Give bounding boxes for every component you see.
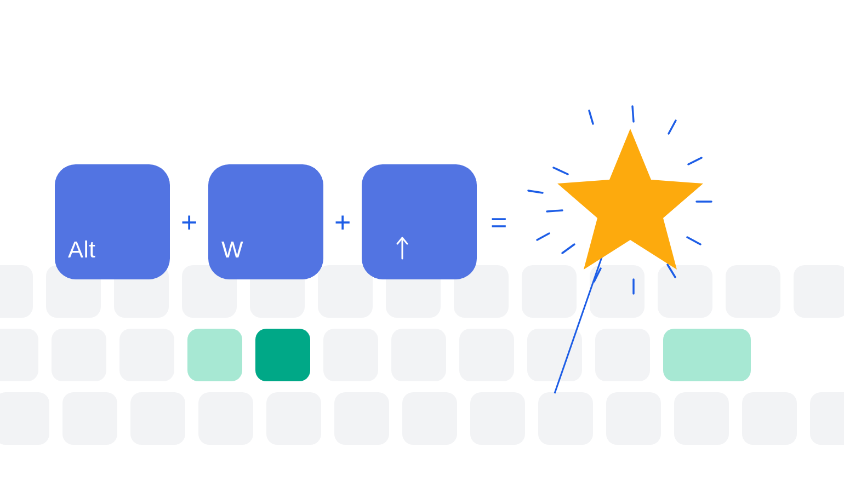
bg-key: [119, 329, 174, 381]
key-w: W: [208, 164, 323, 279]
svg-line-15: [555, 238, 608, 393]
svg-line-2: [632, 106, 634, 122]
key-alt-label: Alt: [68, 237, 96, 263]
bg-key: [62, 392, 117, 445]
bg-key: [402, 392, 457, 445]
bg-key: [459, 329, 514, 381]
plus-operator: +: [334, 208, 351, 237]
bg-key: [810, 392, 844, 445]
plus-operator: +: [181, 208, 197, 237]
key-arrow-up: [362, 164, 477, 279]
svg-line-12: [554, 168, 568, 174]
svg-line-11: [547, 210, 562, 211]
key-w-label: W: [221, 237, 243, 263]
bg-key: [52, 329, 106, 381]
svg-marker-16: [557, 129, 703, 270]
svg-line-4: [688, 158, 702, 164]
magic-wand-star-icon: [521, 99, 751, 408]
bg-key: [198, 392, 253, 445]
arrow-up-icon: [396, 236, 409, 262]
bg-key: [323, 329, 378, 381]
shortcut-diagram: Alt + W + =: [0, 0, 844, 504]
bg-key: [391, 329, 446, 381]
svg-line-14: [528, 191, 543, 193]
svg-line-3: [669, 121, 676, 134]
svg-line-1: [589, 111, 593, 124]
key-alt: Alt: [55, 164, 170, 279]
bg-key: [794, 265, 844, 318]
bg-key: [318, 265, 373, 318]
bg-key: [470, 392, 525, 445]
bg-key: [130, 392, 185, 445]
bg-key: [0, 329, 38, 381]
bg-key-highlight-teal: [255, 329, 310, 381]
bg-key: [334, 392, 389, 445]
equals-operator: =: [491, 208, 507, 237]
svg-line-13: [537, 233, 549, 240]
bg-key: [0, 392, 49, 445]
bg-key: [266, 392, 321, 445]
bg-key: [0, 265, 33, 318]
svg-line-6: [687, 237, 700, 244]
bg-key-highlight-mint: [187, 329, 242, 381]
svg-line-10: [562, 244, 574, 253]
